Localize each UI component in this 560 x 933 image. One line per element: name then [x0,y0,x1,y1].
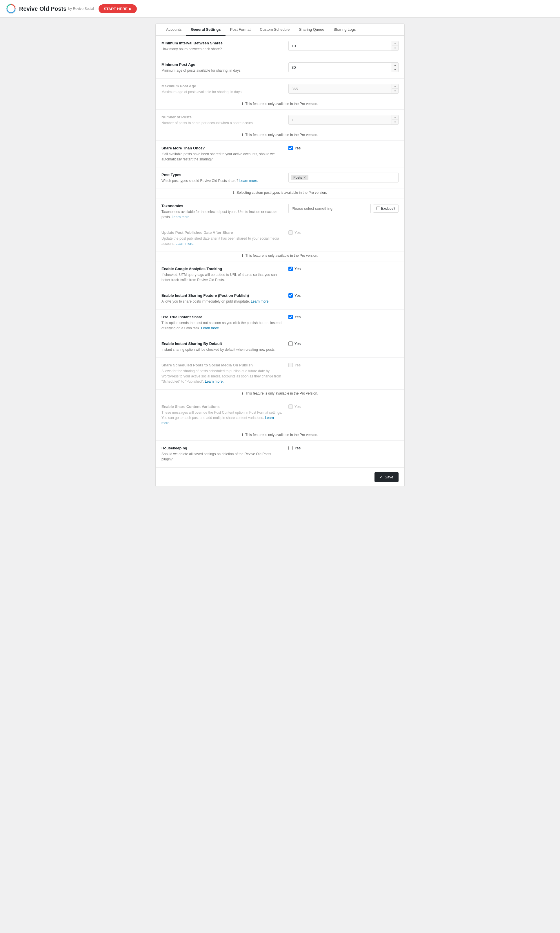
setting-num-posts: Number of Posts Number of posts to share… [155,109,405,131]
share-scheduled-learn-more[interactable]: Learn more. [205,379,224,384]
content-variations-checkbox [288,404,293,409]
taxonomies-input[interactable] [288,204,371,213]
start-here-button[interactable]: START HERE [98,5,137,13]
update-date-checkbox [288,230,293,235]
true-instant-learn-more[interactable]: Learn more. [201,326,220,330]
setting-left: Minimum Interval Between Shares How many… [162,41,288,52]
min-post-age-down[interactable]: ▼ [392,67,398,72]
max-post-age-input [289,85,392,93]
info-icon: ℹ [242,254,243,258]
post-types-pro-note: ℹ Selecting custom post types is availab… [155,189,405,199]
max-post-age-up: ▲ [392,84,398,89]
max-post-age-label: Maximum Post Age [162,84,283,88]
min-interval-up[interactable]: ▲ [392,41,398,46]
instant-default-checkbox[interactable] [288,341,293,346]
setting-left: Enable Instant Sharing By Default Instan… [162,341,288,352]
instant-default-checkbox-label: Yes [294,341,301,346]
update-date-pro-note: ℹ This feature is only available in the … [155,252,405,261]
tab-accounts[interactable]: Accounts [162,24,186,36]
share-scheduled-desc: Allows for the sharing of posts schedule… [162,369,283,384]
info-icon: ℹ [242,102,243,106]
true-instant-checkbox[interactable] [288,315,293,319]
post-type-tag-label: Posts [293,176,302,180]
setting-update-date: Update Post Published Date After Share U… [155,225,405,252]
app-title: Revive Old Posts [19,6,66,12]
setting-left: Post Types Which post types should Reviv… [162,173,288,184]
housekeeping-checkbox[interactable] [288,446,293,450]
setting-left: Enable Google Analytics Tracking If chec… [162,267,288,282]
true-instant-label: Use True Instant Share [162,315,283,319]
settings-body: Minimum Interval Between Shares How many… [155,36,405,487]
min-post-age-up[interactable]: ▲ [392,63,398,67]
true-instant-control: Yes [288,315,398,319]
update-date-learn-more[interactable]: Learn more. [175,242,194,246]
google-analytics-checkbox[interactable] [288,267,293,271]
post-type-tag-remove[interactable]: ✕ [303,176,306,180]
content-variations-desc: These messages will override the Post Co… [162,410,283,426]
update-date-checkbox-label: Yes [294,230,301,235]
setting-google-analytics: Enable Google Analytics Tracking If chec… [155,261,405,288]
min-post-age-label: Minimum Post Age [162,62,283,67]
post-types-learn-more[interactable]: Learn more. [239,179,258,183]
info-icon: ℹ [242,433,243,437]
save-button[interactable]: Save [374,472,398,482]
instant-sharing-checkbox[interactable] [288,293,293,298]
taxonomies-learn-more[interactable]: Learn more. [172,215,191,219]
num-posts-pro-note: ℹ This feature is only available in the … [155,131,405,141]
num-posts-input [289,116,392,125]
tab-bar: Accounts General Settings Post Format Cu… [155,24,405,36]
share-more-checkbox[interactable] [288,146,293,150]
post-types-select[interactable]: Posts ✕ [288,173,398,182]
pro-note-text: This feature is only available in the Pr… [245,102,318,106]
max-post-age-down: ▼ [392,89,398,93]
instant-default-label: Enable Instant Sharing By Default [162,341,283,346]
content-variations-checkbox-wrap: Yes [288,404,301,409]
min-post-age-input[interactable] [289,63,392,72]
tab-post-format[interactable]: Post Format [226,24,255,36]
content-variations-checkbox-label: Yes [294,404,301,409]
num-posts-spinners: ▲ ▼ [392,115,398,125]
instant-sharing-learn-more[interactable]: Learn more. [251,299,269,304]
share-more-checkbox-label: Yes [294,146,301,150]
exclude-checkbox[interactable] [376,207,380,210]
update-date-desc: Update the post published date after it … [162,236,283,246]
setting-share-scheduled: Share Scheduled Posts to Social Media On… [155,358,405,390]
post-types-control: Posts ✕ [288,173,398,182]
min-post-age-spinners: ▲ ▼ [392,63,398,72]
instant-default-desc: Instant sharing option will be checked b… [162,347,283,352]
min-interval-down[interactable]: ▼ [392,46,398,51]
tab-sharing-logs[interactable]: Sharing Logs [329,24,361,36]
setting-left: Share More Than Once? If all available p… [162,146,288,162]
content-variations-learn-more[interactable]: Learn more. [162,416,274,425]
max-post-age-spinners: ▲ ▼ [392,84,398,93]
housekeeping-desc: Should we delete all saved settings on d… [162,452,283,462]
min-interval-input[interactable] [289,42,392,51]
setting-post-types: Post Types Which post types should Reviv… [155,167,405,189]
info-icon: ℹ [233,191,234,195]
share-scheduled-pro-text: This feature is only available in the Pr… [245,391,318,395]
by-text: by Revive.Social [68,7,94,11]
google-analytics-desc: If checked, UTM query tags will be added… [162,272,283,282]
instant-sharing-checkbox-label: Yes [294,293,301,298]
tab-general-settings[interactable]: General Settings [186,24,225,36]
taxonomies-control: Exclude? [288,204,398,213]
setting-true-instant: Use True Instant Share This option sends… [155,310,405,336]
num-posts-down: ▼ [392,120,398,125]
setting-taxonomies: Taxonomies Taxonomies available for the … [155,199,405,225]
tab-custom-schedule[interactable]: Custom Schedule [255,24,294,36]
taxonomies-desc: Taxonomies available for the selected po… [162,209,283,220]
instant-sharing-checkbox-wrap: Yes [288,293,301,298]
exclude-wrap: Exclude? [373,205,398,213]
taxonomies-label: Taxonomies [162,204,283,208]
instant-sharing-control: Yes [288,293,398,298]
update-date-pro-text: This feature is only available in the Pr… [245,254,318,258]
info-icon: ℹ [242,391,243,395]
exclude-label: Exclude? [381,207,395,211]
tab-sharing-queue[interactable]: Sharing Queue [294,24,329,36]
num-posts-desc: Number of posts to share per account whe… [162,120,283,126]
setting-left: Number of Posts Number of posts to share… [162,115,288,126]
max-post-age-input-wrap: ▲ ▼ [288,84,398,94]
max-post-age-control: ▲ ▼ [288,84,398,94]
share-scheduled-pro-note: ℹ This feature is only available in the … [155,390,405,399]
housekeeping-control: Yes [288,446,398,450]
